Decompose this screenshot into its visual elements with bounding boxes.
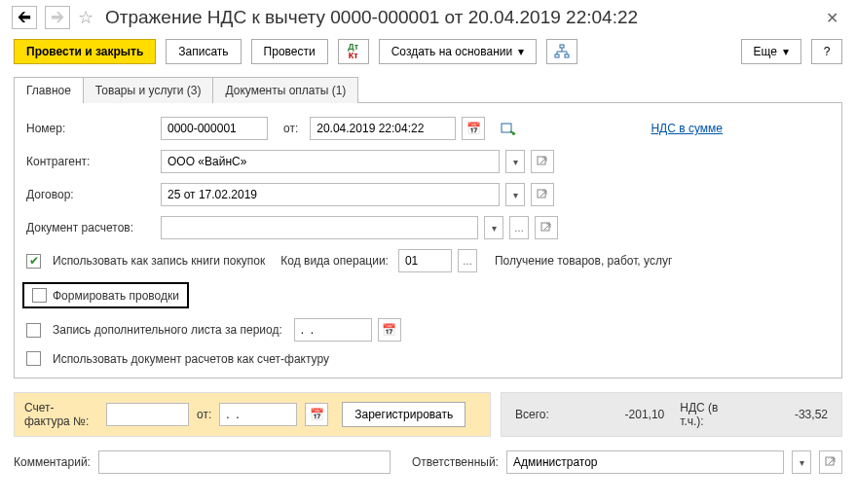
op-code-input[interactable] (398, 249, 452, 272)
sf-number-input[interactable] (106, 403, 189, 426)
svg-rect-0 (560, 45, 564, 48)
close-icon[interactable]: ✕ (820, 9, 844, 27)
svg-rect-1 (555, 54, 559, 57)
form-entries-highlight: Формировать проводки (22, 282, 189, 308)
post-and-close-button[interactable]: Провести и закрыть (14, 39, 156, 64)
nds-mode-link[interactable]: НДС в сумме (651, 122, 723, 135)
calc-doc-input[interactable] (161, 216, 478, 239)
structure-button[interactable] (546, 39, 577, 64)
chevron-down-icon: ▾ (783, 45, 789, 58)
calc-doc-select[interactable]: … (509, 216, 529, 239)
contract-dropdown[interactable]: ▾ (505, 183, 525, 206)
svg-rect-3 (502, 124, 511, 132)
total-label: Всего: (515, 408, 549, 421)
op-code-label: Код вида операции: (280, 254, 389, 268)
back-button[interactable]: 🡰 (12, 6, 37, 29)
nds-label: НДС (в т.ч.): (680, 401, 719, 428)
sf-label: Счет-фактура №: (24, 401, 98, 428)
use-purchase-book-checkbox[interactable] (26, 254, 41, 269)
totals-box: Всего: -201,10 НДС (в т.ч.): -33,52 (501, 392, 842, 437)
page-title: Отражение НДС к вычету 0000-000001 от 20… (105, 7, 638, 28)
contragent-open[interactable] (531, 150, 554, 173)
contragent-input[interactable] (161, 150, 500, 173)
use-calc-as-sf-label: Использовать документ расчетов как счет-… (53, 352, 329, 366)
svg-rect-2 (565, 54, 569, 57)
comment-input[interactable] (98, 450, 391, 474)
extra-sheet-label: Запись дополнительного листа за период: (53, 323, 282, 337)
forward-button: 🡲 (45, 6, 70, 29)
responsible-open[interactable] (819, 450, 842, 474)
form-entries-checkbox[interactable] (32, 288, 47, 303)
save-button[interactable]: Записать (166, 39, 241, 64)
use-purchase-book-label: Использовать как запись книги покупок (53, 254, 265, 268)
contragent-dropdown[interactable]: ▾ (505, 150, 525, 173)
create-based-label: Создать на основании (391, 45, 513, 58)
responsible-input[interactable] (506, 450, 784, 474)
invoice-register-box: Счет-фактура №: от: Зарегистрировать (14, 392, 491, 437)
responsible-dropdown[interactable]: ▾ (792, 450, 811, 474)
tab-goods[interactable]: Товары и услуги (3) (83, 77, 214, 103)
create-based-on-button[interactable]: Создать на основании ▾ (379, 39, 538, 64)
contract-input[interactable] (161, 183, 500, 206)
comment-label: Комментарий: (14, 455, 91, 469)
date-input[interactable] (310, 117, 456, 140)
contract-open[interactable] (531, 183, 554, 206)
dtkt-button[interactable]: ДтКт (338, 39, 369, 64)
post-button[interactable]: Провести (251, 39, 328, 64)
use-calc-as-sf-checkbox[interactable] (26, 351, 41, 366)
responsible-label: Ответственный: (412, 455, 499, 469)
tab-paydocs[interactable]: Документы оплаты (1) (212, 77, 358, 103)
more-label: Еще (754, 45, 777, 58)
form-entries-label: Формировать проводки (53, 289, 179, 303)
calc-doc-label: Документ расчетов: (26, 221, 155, 234)
favorite-icon[interactable]: ☆ (78, 7, 93, 28)
tree-icon (554, 44, 570, 59)
chevron-down-icon: ▾ (518, 45, 524, 58)
number-label: Номер: (26, 122, 155, 135)
op-code-desc: Получение товаров, работ, услуг (495, 254, 672, 268)
help-button[interactable]: ? (811, 39, 842, 64)
register-button[interactable]: Зарегистрировать (342, 402, 465, 427)
tab-main[interactable]: Главное (14, 77, 84, 103)
status-icon (501, 122, 516, 135)
sf-date-input[interactable] (219, 403, 297, 426)
extra-sheet-date[interactable] (294, 318, 372, 342)
op-code-select[interactable]: … (458, 249, 477, 272)
more-button[interactable]: Еще ▾ (741, 39, 801, 64)
dtkt-icon: ДтКт (348, 43, 358, 60)
contract-label: Договор: (26, 188, 155, 201)
number-input[interactable] (161, 117, 268, 140)
nds-value: -33,52 (795, 408, 828, 421)
sf-calendar[interactable] (305, 403, 328, 426)
from-label: от: (283, 122, 298, 135)
calendar-icon[interactable] (462, 117, 485, 140)
sf-from-label: от: (197, 408, 211, 421)
extra-sheet-calendar[interactable] (378, 318, 401, 342)
calc-doc-dropdown[interactable]: ▾ (484, 216, 503, 239)
extra-sheet-checkbox[interactable] (26, 323, 41, 338)
calc-doc-open[interactable] (535, 216, 558, 239)
total-value: -201,10 (625, 408, 665, 421)
contragent-label: Контрагент: (26, 155, 155, 168)
